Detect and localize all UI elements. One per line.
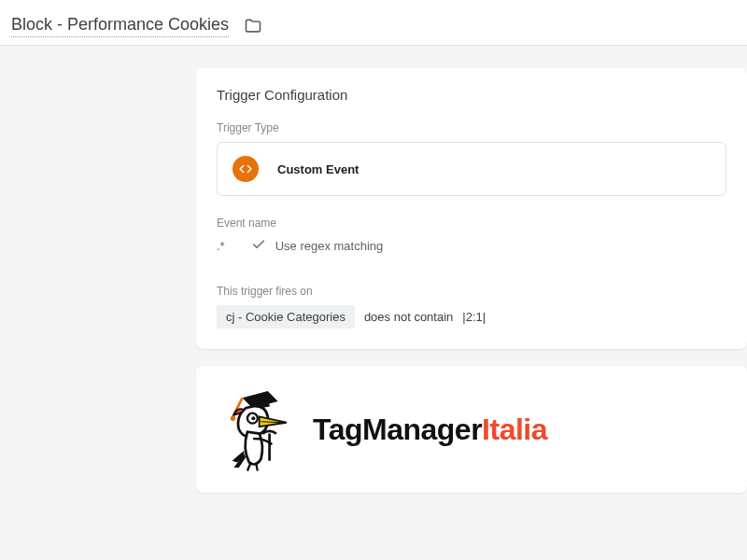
regex-label: Use regex matching <box>275 239 384 253</box>
header-bar: Block - Performance Cookies <box>0 0 747 46</box>
event-name-row: .* Use regex matching <box>217 237 726 255</box>
svg-point-3 <box>231 415 235 420</box>
event-name-value: .* <box>217 239 225 253</box>
logo-text: TagManagerItalia <box>313 413 547 447</box>
condition-variable: cj - Cookie Categories <box>217 305 355 329</box>
trigger-config-card: Trigger Configuration Trigger Type Custo… <box>196 68 747 349</box>
regex-matching-indicator: Use regex matching <box>251 237 384 255</box>
page-title[interactable]: Block - Performance Cookies <box>11 15 229 37</box>
event-name-label: Event name <box>217 217 726 230</box>
check-icon <box>251 237 266 255</box>
logo-card: TagManagerItalia <box>196 366 747 493</box>
bird-logo-icon <box>217 383 305 476</box>
code-icon <box>233 156 259 182</box>
trigger-type-label: Trigger Type <box>217 121 726 134</box>
card-title: Trigger Configuration <box>217 87 726 103</box>
svg-point-5 <box>251 416 255 420</box>
condition-value: |2:1| <box>462 310 486 324</box>
content-area: Trigger Configuration Trigger Type Custo… <box>0 46 747 493</box>
condition-operator: does not contain <box>364 310 453 324</box>
trigger-condition: cj - Cookie Categories does not contain … <box>217 305 726 329</box>
logo-text-accent: Italia <box>482 413 547 447</box>
trigger-type-selector[interactable]: Custom Event <box>217 142 726 196</box>
folder-icon[interactable] <box>244 17 262 35</box>
fires-on-label: This trigger fires on <box>217 285 726 298</box>
logo-text-main: TagManager <box>313 413 482 447</box>
trigger-type-name: Custom Event <box>277 162 359 176</box>
